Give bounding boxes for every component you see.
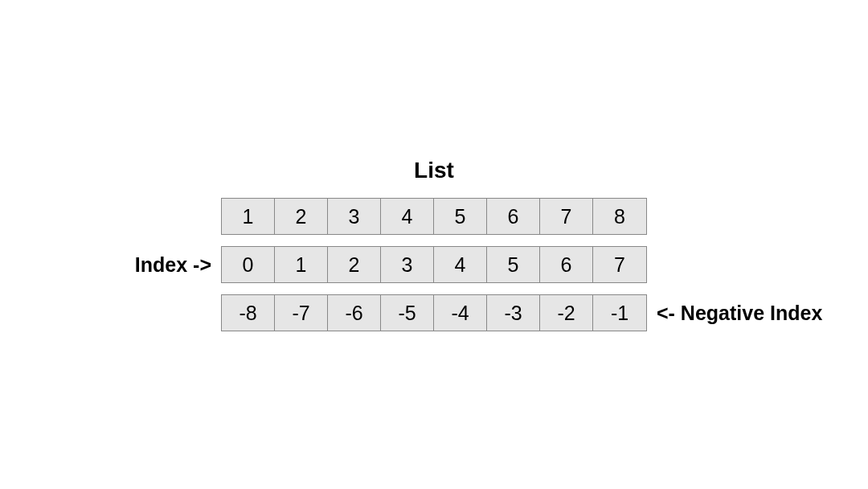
neg-index-cell: -8	[222, 295, 275, 331]
value-cell: 6	[487, 199, 540, 234]
positive-index-row-container: Index -> 0 1 2 3 4 5 6 7	[221, 246, 647, 283]
diagram-title: List	[414, 158, 454, 183]
index-cell: 4	[434, 247, 487, 282]
neg-index-cell: -4	[434, 295, 487, 331]
value-cell: 2	[275, 199, 328, 234]
index-cell: 2	[328, 247, 381, 282]
neg-index-cell: -5	[381, 295, 434, 331]
index-cell: 0	[222, 247, 275, 282]
value-cell: 5	[434, 199, 487, 234]
index-label: Index ->	[135, 253, 211, 277]
value-cell: 1	[222, 199, 275, 234]
neg-index-cell: -1	[593, 295, 646, 331]
index-cell: 3	[381, 247, 434, 282]
negative-index-label: <- Negative Index	[657, 302, 822, 325]
value-cell: 8	[593, 199, 646, 234]
neg-index-cell: -7	[275, 295, 328, 331]
value-cell: 7	[540, 199, 593, 234]
index-cell: 5	[487, 247, 540, 282]
index-cell: 7	[593, 247, 646, 282]
index-cell: 6	[540, 247, 593, 282]
neg-index-cell: -2	[540, 295, 593, 331]
values-row-container: 1 2 3 4 5 6 7 8	[221, 198, 647, 235]
negative-index-row-container: -8 -7 -6 -5 -4 -3 -2 -1 <- Negative Inde…	[221, 294, 647, 331]
positive-index-row: 0 1 2 3 4 5 6 7	[221, 246, 647, 283]
value-cell: 3	[328, 199, 381, 234]
diagram-container: List 1 2 3 4 5 6 7 8 Index -> 0 1 2 3 4	[221, 158, 647, 331]
neg-index-cell: -3	[487, 295, 540, 331]
values-row: 1 2 3 4 5 6 7 8	[221, 198, 647, 235]
index-cell: 1	[275, 247, 328, 282]
neg-index-cell: -6	[328, 295, 381, 331]
value-cell: 4	[381, 199, 434, 234]
negative-index-row: -8 -7 -6 -5 -4 -3 -2 -1	[221, 294, 647, 331]
rows-wrapper: 1 2 3 4 5 6 7 8 Index -> 0 1 2 3 4 5 6 7	[221, 198, 647, 331]
